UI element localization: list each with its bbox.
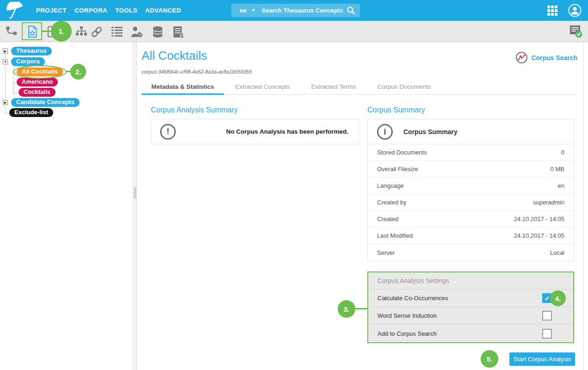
row-label: Created: [377, 216, 398, 222]
row-value: superadmin: [533, 199, 564, 206]
annotation-step-1: 1.: [51, 21, 72, 42]
tree-guide-line: [13, 93, 18, 93]
server-icon[interactable]: [172, 26, 185, 38]
tree-guide-line: [5, 113, 9, 113]
setting-label: Add to Corpus Search: [378, 330, 437, 337]
info-circle-icon: i: [377, 124, 393, 140]
setting-label: Calculate Co-Occurrences: [378, 295, 448, 302]
row-value: 0: [561, 149, 564, 156]
link-icon[interactable]: [91, 26, 103, 38]
summary-row-language: Language en: [368, 178, 574, 194]
corpus-search-link[interactable]: Corpus Search: [515, 51, 577, 64]
menu-advanced[interactable]: ADVANCED: [145, 7, 181, 14]
tree-guide-line: [13, 83, 17, 83]
annotation-step-3: 3.: [338, 300, 355, 318]
tree-item-americano[interactable]: Americano: [17, 78, 58, 86]
analysis-summary-heading: Corpus Analysis Summary: [151, 106, 238, 114]
annotation-step-4: 4.: [550, 290, 566, 306]
user-settings-icon[interactable]: [130, 26, 143, 38]
corpus-search-label: Corpus Search: [531, 54, 577, 62]
row-label: Server: [377, 249, 395, 256]
corpus-uri: corpus:345f664c-cf98-4a52-8a3a-ac8a1b059…: [142, 69, 252, 74]
start-corpus-analysis-button[interactable]: Start Corpus Analysis: [509, 352, 575, 366]
row-label: Overall Filesize: [377, 166, 418, 173]
tree-item-exclude-list[interactable]: Exclude-list: [9, 108, 53, 117]
tree-node-exclude-list: Exclude-list: [9, 108, 53, 117]
project-tree-panel: ▶ Thesaurus ▼ Corpora All Cocktails Amer…: [0, 42, 133, 370]
corpus-summary-heading: Corpus Summary: [367, 106, 425, 114]
row-label: Last Modified: [377, 232, 413, 239]
corpus-detail-panel: All Cocktails corpus:345f664c-cf98-4a52-…: [137, 42, 583, 370]
menu-project[interactable]: PROJECT: [36, 7, 67, 14]
splitter-grip-icon[interactable]: [134, 187, 136, 198]
settings-heading: Corpus Analysis Settings: [368, 272, 573, 290]
summary-row-overall-filesize: Overall Filesize 0 MB: [368, 161, 574, 178]
database-icon[interactable]: [152, 26, 164, 38]
setting-label: Word Sense Induction: [378, 312, 437, 319]
panel-splitter[interactable]: [133, 42, 137, 370]
relation-curve-icon[interactable]: [6, 26, 17, 37]
row-label: Stored Documents: [377, 149, 427, 156]
summary-row-stored-documents: Stored Documents 0: [368, 144, 574, 161]
word-sense-checkbox[interactable]: [542, 311, 552, 321]
poolparty-logo-icon[interactable]: [5, 2, 27, 19]
add-corpus-search-checkbox[interactable]: [542, 329, 552, 339]
report-check-icon[interactable]: [569, 25, 582, 38]
collapse-icon[interactable]: ▼: [3, 59, 8, 64]
scrollbar-track[interactable]: [583, 42, 584, 370]
list-icon[interactable]: [111, 26, 123, 37]
summary-row-created: Created 24.10.2017 - 14:05: [368, 211, 574, 228]
apps-grid-icon[interactable]: [547, 6, 557, 16]
tree-item-candidate-concepts[interactable]: Candidate Concepts: [11, 98, 80, 107]
top-navigation-bar: PROJECT CORPORA TOOLS ADVANCED en: [0, 0, 588, 21]
search-language-selector[interactable]: en: [240, 7, 247, 14]
sitemap-icon[interactable]: [75, 26, 87, 37]
tree-node-cocktails: Cocktails: [19, 88, 56, 97]
tree-item-thesaurus[interactable]: Thesaurus: [11, 47, 52, 56]
tree-item-cocktails[interactable]: Cocktails: [19, 88, 56, 97]
setting-row-word-sense: Word Sense Induction: [368, 307, 573, 325]
row-label: Language: [377, 182, 404, 189]
corpus-summary-box-title: Corpus Summary: [403, 128, 458, 136]
tab-bar: Metadata & Statistics Extracted Concepts…: [142, 80, 576, 95]
main-menu: PROJECT CORPORA TOOLS ADVANCED: [36, 0, 181, 21]
annotation-step-5: 5.: [481, 350, 498, 368]
tree-guide-line: [13, 63, 14, 93]
expand-icon[interactable]: ▶: [3, 49, 8, 54]
row-value: en: [558, 182, 564, 189]
tree-node-thesaurus: ▶ Thesaurus: [3, 47, 52, 56]
toolbar: 1.: [0, 21, 588, 42]
no-analysis-message: No Corpus Analysis has been performed.: [226, 128, 359, 135]
row-value: 0 MB: [551, 166, 564, 173]
setting-row-co-occurrences: Calculate Co-Occurrences: [368, 290, 573, 307]
menu-tools[interactable]: TOOLS: [115, 7, 137, 14]
row-value: Local: [550, 249, 564, 256]
expand-icon[interactable]: ▶: [3, 100, 8, 105]
annotation-highlight-ellipse-2: [13, 65, 67, 79]
annotation-step-2: 2.: [70, 64, 86, 80]
annotation-highlight-box-1: [22, 22, 42, 40]
thesaurus-search-box[interactable]: en: [231, 4, 360, 17]
tree-node-candidate-concepts: ▶ Candidate Concepts: [3, 98, 80, 107]
tab-extracted-concepts[interactable]: Extracted Concepts: [226, 80, 300, 95]
analysis-summary-box: ! No Corpus Analysis has been performed.: [151, 119, 359, 144]
corpus-analysis-settings-box: Corpus Analysis Settings Calculate Co-Oc…: [367, 271, 574, 343]
menu-corpora[interactable]: CORPORA: [74, 7, 107, 14]
corpus-search-icon: [515, 51, 528, 64]
summary-row-created-by: Created by superadmin: [368, 194, 574, 211]
row-value: 24.10.2017 - 14:05: [514, 216, 564, 222]
tab-extracted-terms[interactable]: Extracted Terms: [302, 80, 366, 95]
chevron-down-icon[interactable]: [252, 9, 255, 12]
tab-metadata-statistics[interactable]: Metadata & Statistics: [142, 80, 224, 95]
tree-node-americano: Americano: [17, 78, 58, 86]
summary-row-server: Server Local: [368, 244, 574, 261]
row-value: 24.10.2017 - 14:05: [514, 232, 564, 239]
user-account-icon[interactable]: [568, 4, 582, 17]
setting-row-corpus-search: Add to Corpus Search: [368, 325, 573, 342]
corpus-summary-box-header: i Corpus Summary: [368, 119, 574, 144]
search-input[interactable]: [262, 7, 347, 14]
tab-corpus-documents[interactable]: Corpus Documents: [368, 80, 441, 95]
search-icon[interactable]: [347, 6, 355, 15]
row-label: Created by: [377, 199, 407, 206]
page-title: All Cocktails: [142, 49, 207, 63]
